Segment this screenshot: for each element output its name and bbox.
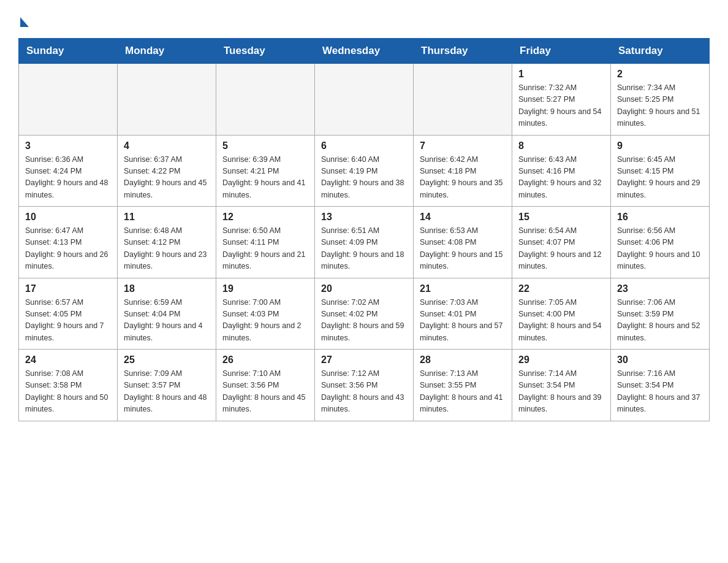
day-number: 3	[25, 140, 111, 151]
calendar-cell: 12Sunrise: 6:50 AMSunset: 4:11 PMDayligh…	[216, 207, 315, 278]
day-number: 24	[25, 354, 111, 366]
calendar-cell: 16Sunrise: 6:56 AMSunset: 4:06 PMDayligh…	[611, 207, 710, 278]
calendar-cell: 2Sunrise: 7:34 AMSunset: 5:25 PMDaylight…	[611, 64, 710, 136]
day-number: 12	[222, 212, 308, 223]
day-info: Sunrise: 7:02 AMSunset: 4:02 PMDaylight:…	[321, 297, 407, 345]
day-info: Sunrise: 6:51 AMSunset: 4:09 PMDaylight:…	[321, 225, 407, 273]
day-info: Sunrise: 7:34 AMSunset: 5:25 PMDaylight:…	[617, 82, 703, 130]
day-info: Sunrise: 7:03 AMSunset: 4:01 PMDaylight:…	[420, 297, 506, 345]
calendar-cell: 15Sunrise: 6:54 AMSunset: 4:07 PMDayligh…	[512, 207, 611, 278]
day-info: Sunrise: 7:13 AMSunset: 3:55 PMDaylight:…	[420, 368, 506, 416]
day-info: Sunrise: 6:43 AMSunset: 4:16 PMDaylight:…	[518, 154, 604, 202]
calendar-cell: 22Sunrise: 7:05 AMSunset: 4:00 PMDayligh…	[512, 278, 611, 350]
weekday-header-tuesday: Tuesday	[216, 39, 315, 64]
weekday-header-sunday: Sunday	[19, 39, 118, 64]
day-number: 27	[321, 354, 407, 366]
day-number: 26	[222, 354, 308, 366]
day-info: Sunrise: 7:06 AMSunset: 3:59 PMDaylight:…	[617, 297, 703, 345]
calendar-week-row: 10Sunrise: 6:47 AMSunset: 4:13 PMDayligh…	[19, 207, 710, 278]
calendar-cell: 8Sunrise: 6:43 AMSunset: 4:16 PMDaylight…	[512, 135, 611, 207]
calendar-table: SundayMondayTuesdayWednesdayThursdayFrid…	[18, 38, 710, 421]
calendar-cell: 30Sunrise: 7:16 AMSunset: 3:54 PMDayligh…	[611, 350, 710, 421]
day-number: 16	[617, 212, 703, 223]
day-info: Sunrise: 6:59 AMSunset: 4:04 PMDaylight:…	[124, 297, 210, 345]
weekday-header-wednesday: Wednesday	[315, 39, 414, 64]
day-number: 2	[617, 69, 703, 80]
day-number: 11	[124, 212, 210, 223]
calendar-cell: 3Sunrise: 6:36 AMSunset: 4:24 PMDaylight…	[19, 135, 118, 207]
calendar-cell: 27Sunrise: 7:12 AMSunset: 3:56 PMDayligh…	[315, 350, 414, 421]
calendar-week-row: 1Sunrise: 7:32 AMSunset: 5:27 PMDaylight…	[19, 64, 710, 136]
day-info: Sunrise: 6:39 AMSunset: 4:21 PMDaylight:…	[222, 154, 308, 202]
calendar-cell: 13Sunrise: 6:51 AMSunset: 4:09 PMDayligh…	[315, 207, 414, 278]
weekday-header-friday: Friday	[512, 39, 611, 64]
day-number: 20	[321, 283, 407, 294]
day-info: Sunrise: 7:16 AMSunset: 3:54 PMDaylight:…	[617, 368, 703, 416]
day-number: 6	[321, 140, 407, 151]
day-info: Sunrise: 6:56 AMSunset: 4:06 PMDaylight:…	[617, 225, 703, 273]
calendar-cell: 9Sunrise: 6:45 AMSunset: 4:15 PMDaylight…	[611, 135, 710, 207]
weekday-header-monday: Monday	[118, 39, 216, 64]
calendar-cell	[216, 64, 315, 136]
calendar-cell: 5Sunrise: 6:39 AMSunset: 4:21 PMDaylight…	[216, 135, 315, 207]
calendar-cell: 10Sunrise: 6:47 AMSunset: 4:13 PMDayligh…	[19, 207, 118, 278]
calendar-week-row: 3Sunrise: 6:36 AMSunset: 4:24 PMDaylight…	[19, 135, 710, 207]
calendar-week-row: 17Sunrise: 6:57 AMSunset: 4:05 PMDayligh…	[19, 278, 710, 350]
calendar-cell: 14Sunrise: 6:53 AMSunset: 4:08 PMDayligh…	[414, 207, 512, 278]
page-header	[18, 12, 710, 27]
day-number: 30	[617, 354, 703, 366]
day-number: 13	[321, 212, 407, 223]
day-info: Sunrise: 6:48 AMSunset: 4:12 PMDaylight:…	[124, 225, 210, 273]
calendar-cell: 28Sunrise: 7:13 AMSunset: 3:55 PMDayligh…	[414, 350, 512, 421]
day-info: Sunrise: 6:37 AMSunset: 4:22 PMDaylight:…	[124, 154, 210, 202]
calendar-cell	[315, 64, 414, 136]
calendar-cell: 19Sunrise: 7:00 AMSunset: 4:03 PMDayligh…	[216, 278, 315, 350]
day-info: Sunrise: 6:45 AMSunset: 4:15 PMDaylight:…	[617, 154, 703, 202]
day-number: 9	[617, 140, 703, 151]
calendar-cell: 24Sunrise: 7:08 AMSunset: 3:58 PMDayligh…	[19, 350, 118, 421]
day-info: Sunrise: 6:53 AMSunset: 4:08 PMDaylight:…	[420, 225, 506, 273]
day-info: Sunrise: 6:40 AMSunset: 4:19 PMDaylight:…	[321, 154, 407, 202]
day-info: Sunrise: 7:12 AMSunset: 3:56 PMDaylight:…	[321, 368, 407, 416]
calendar-cell: 23Sunrise: 7:06 AMSunset: 3:59 PMDayligh…	[611, 278, 710, 350]
calendar-week-row: 24Sunrise: 7:08 AMSunset: 3:58 PMDayligh…	[19, 350, 710, 421]
day-info: Sunrise: 6:54 AMSunset: 4:07 PMDaylight:…	[518, 225, 604, 273]
calendar-cell: 11Sunrise: 6:48 AMSunset: 4:12 PMDayligh…	[118, 207, 216, 278]
day-info: Sunrise: 6:57 AMSunset: 4:05 PMDaylight:…	[25, 297, 111, 345]
day-number: 29	[518, 354, 604, 366]
logo-triangle-icon	[20, 17, 29, 27]
day-info: Sunrise: 7:05 AMSunset: 4:00 PMDaylight:…	[518, 297, 604, 345]
calendar-cell	[414, 64, 512, 136]
day-info: Sunrise: 7:14 AMSunset: 3:54 PMDaylight:…	[518, 368, 604, 416]
day-number: 21	[420, 283, 506, 294]
day-number: 18	[124, 283, 210, 294]
calendar-cell: 21Sunrise: 7:03 AMSunset: 4:01 PMDayligh…	[414, 278, 512, 350]
day-info: Sunrise: 6:42 AMSunset: 4:18 PMDaylight:…	[420, 154, 506, 202]
calendar-cell	[19, 64, 118, 136]
day-number: 23	[617, 283, 703, 294]
calendar-cell: 25Sunrise: 7:09 AMSunset: 3:57 PMDayligh…	[118, 350, 216, 421]
day-number: 8	[518, 140, 604, 151]
day-number: 17	[25, 283, 111, 294]
calendar-cell	[118, 64, 216, 136]
day-info: Sunrise: 7:08 AMSunset: 3:58 PMDaylight:…	[25, 368, 111, 416]
calendar-cell: 17Sunrise: 6:57 AMSunset: 4:05 PMDayligh…	[19, 278, 118, 350]
calendar-cell: 20Sunrise: 7:02 AMSunset: 4:02 PMDayligh…	[315, 278, 414, 350]
day-number: 28	[420, 354, 506, 366]
logo	[18, 12, 29, 27]
day-number: 22	[518, 283, 604, 294]
day-number: 19	[222, 283, 308, 294]
calendar-cell: 29Sunrise: 7:14 AMSunset: 3:54 PMDayligh…	[512, 350, 611, 421]
day-number: 15	[518, 212, 604, 223]
day-info: Sunrise: 7:10 AMSunset: 3:56 PMDaylight:…	[222, 368, 308, 416]
day-info: Sunrise: 6:50 AMSunset: 4:11 PMDaylight:…	[222, 225, 308, 273]
day-number: 5	[222, 140, 308, 151]
day-number: 10	[25, 212, 111, 223]
day-info: Sunrise: 7:32 AMSunset: 5:27 PMDaylight:…	[518, 82, 604, 130]
calendar-cell: 6Sunrise: 6:40 AMSunset: 4:19 PMDaylight…	[315, 135, 414, 207]
weekday-header-thursday: Thursday	[414, 39, 512, 64]
day-info: Sunrise: 7:00 AMSunset: 4:03 PMDaylight:…	[222, 297, 308, 345]
day-number: 7	[420, 140, 506, 151]
calendar-cell: 7Sunrise: 6:42 AMSunset: 4:18 PMDaylight…	[414, 135, 512, 207]
day-info: Sunrise: 7:09 AMSunset: 3:57 PMDaylight:…	[124, 368, 210, 416]
